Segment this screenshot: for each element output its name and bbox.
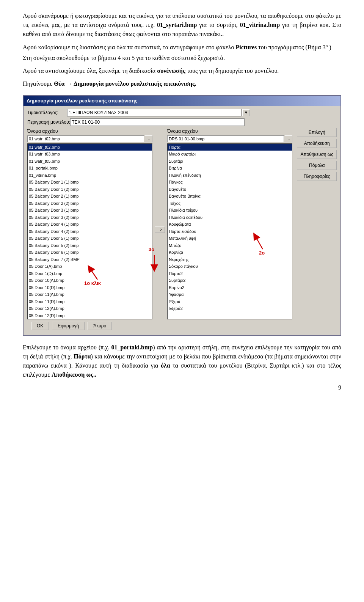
left-file-input-row: ..: [27, 135, 152, 142]
plirofories-btn[interactable]: Πληροφορίες: [297, 172, 337, 181]
list-item[interactable]: Μικρό συρτάρι: [168, 151, 292, 158]
list-item[interactable]: 05 Balcony Door 4 (2).bmp: [28, 228, 152, 235]
button-col: Επιλογή Αποθήκευση Αποθήκευση ως Πόμολα …: [295, 128, 337, 320]
paragraph-4: Αφού τα αντιστοιχίσουμε όλα, ξεκινάμε τη…: [23, 66, 341, 75]
list-item[interactable]: 05 Door 11(D).bmp: [28, 298, 152, 305]
page-number: 9: [23, 383, 341, 392]
perigafi-input[interactable]: [70, 118, 245, 126]
akyro-btn[interactable]: Άκυρο: [88, 322, 112, 330]
left-browse-btn[interactable]: ..: [145, 135, 152, 142]
dialog-body: Τιμοκατάλογος: ▼ Περιγραφή μοντέλου: Όνο…: [24, 106, 340, 336]
list-item[interactable]: 05 Door 10(A).bmp: [28, 277, 152, 284]
right-listbox[interactable]: ΠόρταΜικρό συρτάριΣυρτάριΒιτρίναΠλαινή ε…: [167, 143, 292, 320]
ola-word: όλα: [161, 362, 170, 369]
menu-thea: Θέα: [54, 80, 64, 87]
list-item[interactable]: Συρτάρι: [168, 158, 292, 165]
timokatalogas-input[interactable]: [67, 109, 242, 116]
dialog-footer: ΟΚ Εφαρμογή Άκυρο: [27, 319, 337, 332]
apothikeysi-os-word: Αποθήκευση ως..: [52, 371, 96, 378]
left-listbox[interactable]: 01 watr_t02.bmp01 watr_t03.bmp01 watr_t0…: [27, 143, 152, 320]
list-item[interactable]: 05 Door 12(A).bmp: [28, 305, 152, 312]
list-item[interactable]: 05 Balcony Door 1 (2).bmp: [28, 186, 152, 193]
list-item[interactable]: Μπάζο: [168, 242, 292, 249]
list-item[interactable]: 05 Door 1(A).bmp: [28, 263, 152, 270]
list-item[interactable]: Πόρτα2: [168, 270, 292, 277]
list-item[interactable]: 05 Door 12(D).bmp: [28, 312, 152, 319]
paragraph-2: Αφού καθορίσουμε τις διαστάσεις για όλα …: [23, 42, 341, 52]
left-file-input[interactable]: [27, 135, 144, 142]
list-item[interactable]: Κορνίζα: [168, 249, 292, 256]
list-item[interactable]: Πόρτα: [168, 144, 292, 151]
paragraph-1: Αφού σκανάρουμε ή φωτογραφίσουμε και τις…: [23, 11, 341, 39]
list-item[interactable]: Πάγκος: [168, 179, 292, 186]
apothikeysi-btn[interactable]: Αποθήκευση: [297, 139, 337, 148]
list-item[interactable]: Κουφώματα: [168, 221, 292, 228]
right-file-input[interactable]: [167, 135, 284, 142]
right-file-input-row: ..: [167, 135, 292, 142]
example-filename: 01_portaki.bmp: [111, 344, 153, 351]
list-item[interactable]: 01 watr_t03.bmp: [28, 151, 152, 158]
pictures-folder: Pictures: [236, 44, 257, 50]
ok-btn[interactable]: ΟΚ: [31, 322, 49, 330]
list-item[interactable]: 05 Balcony Door 7 (2).BMP: [28, 256, 152, 263]
list-item[interactable]: 05 Door 11(A).bmp: [28, 291, 152, 298]
left-file-label: Όνομα αρχείου: [27, 128, 152, 135]
list-item[interactable]: 05 Balcony Door 3 (1).bmp: [28, 207, 152, 214]
arrow-col: =>: [155, 128, 165, 320]
list-item[interactable]: 05 Door 1(D).bmp: [28, 270, 152, 277]
list-item[interactable]: 05 Door 10(D).bmp: [28, 284, 152, 291]
list-item[interactable]: Βιτρίνα: [168, 165, 292, 172]
list-item[interactable]: Συρτάρι2: [168, 277, 292, 284]
list-item[interactable]: 05 Balcony Door 5 (1).bmp: [28, 235, 152, 242]
synenosis-word: συνένωσής: [157, 68, 185, 74]
list-item[interactable]: 01_portaki.bmp: [28, 165, 152, 172]
efarmogi-btn[interactable]: Εφαρμογή: [52, 322, 85, 330]
list-item[interactable]: Νεροχύτης: [168, 256, 292, 263]
list-item[interactable]: Τοίχος: [168, 200, 292, 207]
timokatalogas-browse-btn[interactable]: ▼: [242, 109, 250, 116]
list-item[interactable]: 05 Balcony Door 1 (1).bmp: [28, 179, 152, 186]
list-item[interactable]: Μεταλλική υφή: [168, 235, 292, 242]
dialog-box: Δημιουργία μοντέλων ρεαλιστικής απεικόνι…: [23, 95, 341, 336]
list-item[interactable]: 05 Balcony Door 6 (1).bmp: [28, 249, 152, 256]
list-item[interactable]: Πλακίδια δαπέδου: [168, 214, 292, 221]
list-item[interactable]: Πλακίδια τοίχου: [168, 207, 292, 214]
list-item[interactable]: Υφασμα: [168, 291, 292, 298]
list-item[interactable]: Σόκορο πάγκου: [168, 263, 292, 270]
list-item[interactable]: Βιτρίνα2: [168, 284, 292, 291]
arrow-button[interactable]: =>: [155, 226, 165, 233]
list-item[interactable]: Βαγονέτο Βιτρίνα: [168, 193, 292, 200]
list-item[interactable]: Πλαινή επένδυση: [168, 172, 292, 179]
list-item[interactable]: 05 Balcony Door 2 (1).bmp: [28, 193, 152, 200]
timokatalogas-label: Τιμοκατάλογος:: [27, 109, 67, 116]
dialog-main-area: Όνομα αρχείου .. 01 watr_t02.bmp01 watr_…: [27, 128, 337, 320]
list-item[interactable]: 01 watr_t05.bmp: [28, 158, 152, 165]
list-item[interactable]: 05 Balcony Door 3 (2).bmp: [28, 214, 152, 221]
list-item[interactable]: 05 Balcony Door 2 (2).bmp: [28, 200, 152, 207]
list-item[interactable]: 05 Balcony Door 5 (2).bmp: [28, 242, 152, 249]
list-item[interactable]: Βαγονέτο: [168, 186, 292, 193]
list-item[interactable]: Πόρτα εισόδου: [168, 228, 292, 235]
menu-dimiourgia: Δημιουργία μοντέλου ρεαλιστικής απεικόνι…: [74, 80, 196, 87]
bottom-paragraph-1: Επιλέγουμε το όνομα αρχείου (π.χ. 01_por…: [23, 343, 341, 379]
list-item[interactable]: Έξτρά: [168, 298, 292, 305]
list-item[interactable]: Έξτρά2: [168, 305, 292, 312]
right-file-label: Όνομα αρχείου: [167, 128, 292, 135]
perigafi-label: Περιγραφή μοντέλου:: [27, 119, 70, 126]
epilogi-btn[interactable]: Επιλογή: [297, 128, 337, 137]
list-item[interactable]: 01 watr_t02.bmp: [28, 144, 152, 151]
example-category: Πόρτα: [74, 353, 91, 360]
list-item[interactable]: 01_vitrina.bmp: [28, 172, 152, 179]
right-panel: Όνομα αρχείου .. ΠόρταΜικρό συρτάριΣυρτά…: [167, 128, 292, 320]
paragraph-5: Πηγαίνουμε Θέα → Δημιουργία μοντέλου ρεα…: [23, 79, 341, 88]
apothikeysi-os-btn[interactable]: Αποθήκευση ως: [297, 150, 337, 159]
filename-vitrina: 01_vitrina.bmp: [240, 22, 280, 28]
filename-syrtari: 01_syrtari.bmp: [157, 22, 197, 28]
right-browse-btn[interactable]: ..: [285, 135, 292, 142]
pomola-btn[interactable]: Πόμολα: [297, 161, 337, 170]
perigafi-row: Περιγραφή μοντέλου:: [27, 118, 337, 126]
list-item[interactable]: 05 Balcony Door 4 (1).bmp: [28, 221, 152, 228]
timokatalogas-row: Τιμοκατάλογος: ▼: [27, 109, 337, 116]
dialog-titlebar: Δημιουργία μοντέλων ρεαλιστικής απεικόνι…: [24, 96, 340, 106]
paragraph-3: Στη συνέχεια ακολουθούμε τα βήματα 4 και…: [23, 53, 341, 63]
